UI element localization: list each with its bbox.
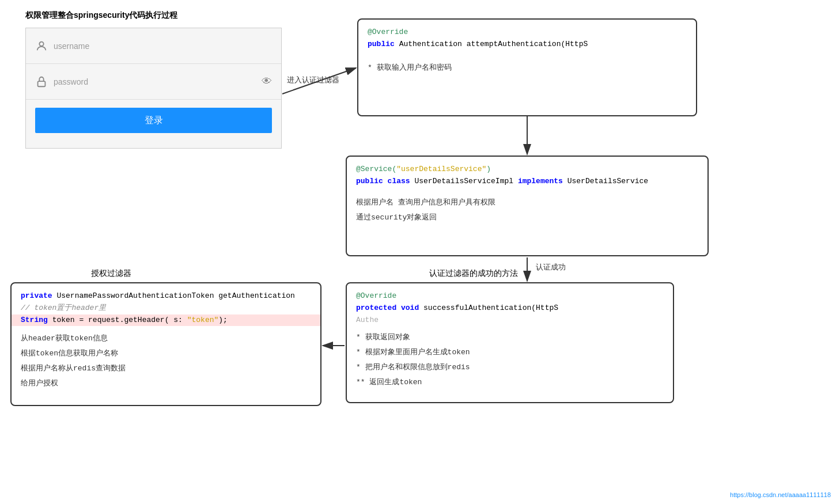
middle-note-2: 通过security对象返回: [356, 212, 698, 222]
bl-note-3: 根据用户名称从redis查询数据: [21, 363, 311, 373]
auth-success-label: 认证成功: [536, 262, 566, 272]
login-button[interactable]: 登录: [35, 108, 272, 133]
password-placeholder: password: [54, 77, 262, 86]
login-btn-row: 登录: [26, 100, 281, 141]
page-title: 权限管理整合springsecurity代码执行过程: [25, 10, 177, 21]
br-note-2: * 根据对象里面用户名生成token: [356, 347, 664, 357]
bl-note-2: 根据token信息获取用户名称: [21, 348, 311, 358]
br-note-1: * 获取返回对象: [356, 332, 664, 342]
bl-line-1: private UsernamePasswordAuthenticationTo…: [21, 290, 311, 302]
watermark: https://blog.csdn.net/aaaaa1111118: [730, 491, 831, 498]
br-line-1: @Override: [356, 290, 664, 302]
code-line-2: public Authentication attemptAuthenticat…: [368, 39, 687, 51]
code-box-top: @Override public Authentication attemptA…: [357, 18, 697, 116]
bottom-left-label: 授权过滤器: [91, 268, 131, 279]
code-box-bottom-right: @Override protected void successfulAuthe…: [346, 282, 674, 403]
code-box-bottom-left: private UsernamePasswordAuthenticationTo…: [10, 282, 321, 406]
code-note-top: * 获取输入用户名和密码: [368, 62, 687, 73]
br-line-2: protected void successfulAuthentication(…: [356, 302, 664, 314]
login-panel: username password 👁 登录: [25, 28, 282, 149]
svg-rect-1: [38, 81, 46, 86]
middle-line-2: public class UserDetailsServiceImpl impl…: [356, 176, 698, 188]
code-line-1: @Override: [368, 26, 687, 39]
bl-line-2: // token置于header里: [21, 302, 311, 314]
br-line-3: Authe: [356, 314, 664, 327]
middle-note-1: 根据用户名 查询用户信息和用户具有权限: [356, 197, 698, 207]
middle-line-1: @Service("userDetailsService"): [356, 164, 698, 176]
bl-notes: 从header获取token信息 根据token信息获取用户名称 根据用户名称从…: [21, 333, 311, 388]
bl-note-1: 从header获取token信息: [21, 333, 311, 343]
bottom-right-label: 认证过滤器的成功的方法: [429, 268, 518, 279]
br-note-3: * 把用户名和权限信息放到redis: [356, 362, 664, 372]
svg-point-0: [39, 41, 43, 46]
password-field[interactable]: password 👁: [26, 64, 281, 100]
bl-note-4: 给用户授权: [21, 378, 311, 388]
username-placeholder: username: [54, 41, 272, 51]
eye-icon: 👁: [262, 75, 272, 88]
code-box-middle: @Service("userDetailsService") public cl…: [346, 156, 709, 256]
middle-note: 根据用户名 查询用户信息和用户具有权限 通过security对象返回: [356, 197, 698, 222]
bl-line-3: String token = request.getHeader( s: "to…: [12, 314, 320, 327]
username-field[interactable]: username: [26, 28, 281, 64]
user-icon: [35, 40, 48, 52]
br-note-4: ** 返回生成token: [356, 377, 664, 387]
enter-filter-label: 进入认证过滤器: [287, 75, 339, 85]
br-notes: * 获取返回对象 * 根据对象里面用户名生成token * 把用户名和权限信息放…: [356, 332, 664, 387]
lock-icon: [35, 75, 48, 88]
